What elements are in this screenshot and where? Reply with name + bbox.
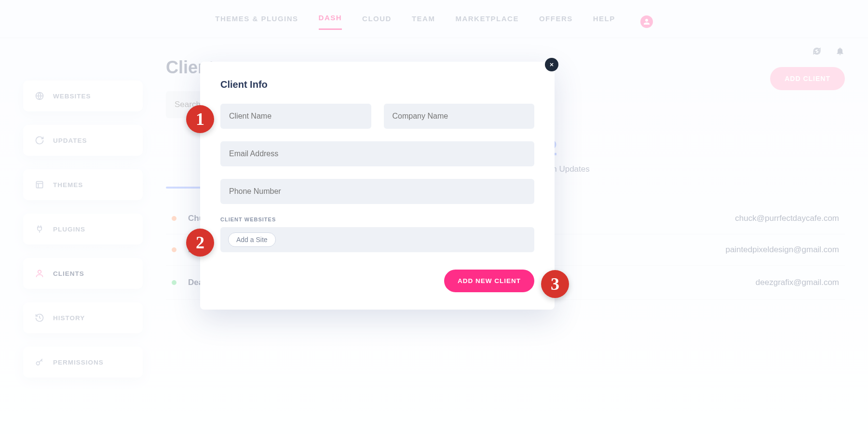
modal-title: Client Info [220, 79, 534, 90]
phone-input[interactable] [229, 187, 526, 196]
add-site-chip[interactable]: Add a Site [228, 232, 276, 247]
add-new-client-button[interactable]: ADD NEW CLIENT [444, 270, 534, 292]
client-name-input[interactable] [229, 112, 363, 121]
company-name-field[interactable] [384, 104, 535, 129]
client-info-modal: Client Info CLIENT WEBSITES Add a Site A… [200, 62, 555, 310]
modal-close-button[interactable] [545, 58, 558, 71]
client-websites-label: CLIENT WEBSITES [220, 217, 534, 222]
email-input[interactable] [229, 149, 526, 158]
add-site-field[interactable]: Add a Site [220, 227, 534, 252]
client-name-field[interactable] [220, 104, 371, 129]
phone-field[interactable] [220, 179, 534, 204]
callout-badge-1: 1 [186, 105, 214, 133]
callout-badge-2: 2 [186, 229, 214, 257]
company-name-input[interactable] [393, 112, 526, 121]
callout-badge-3: 3 [541, 270, 569, 298]
email-field[interactable] [220, 141, 534, 166]
